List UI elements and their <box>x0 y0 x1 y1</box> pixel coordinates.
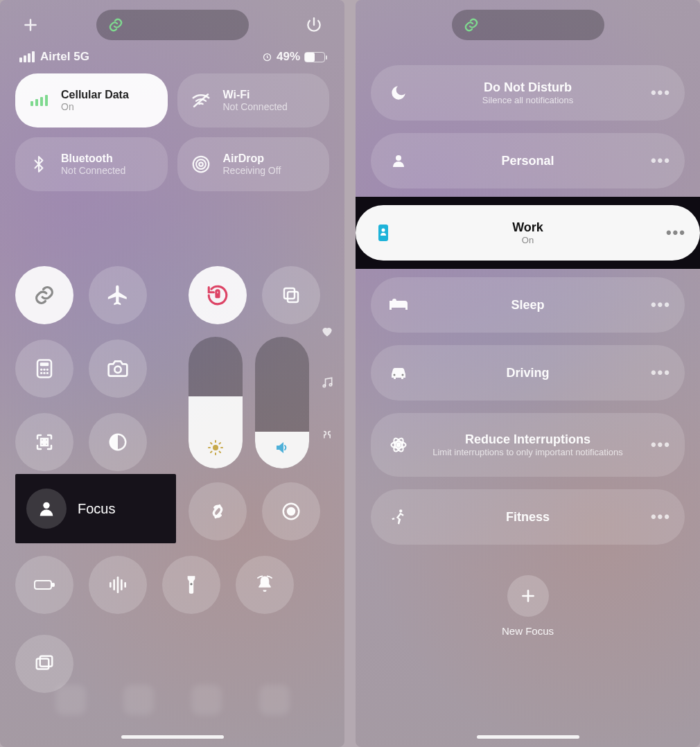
home-indicator[interactable] <box>477 735 579 739</box>
controls-grid <box>15 266 147 471</box>
focus-item-driving[interactable]: Driving ••• <box>371 345 685 401</box>
link-icon <box>462 15 481 35</box>
focus-tile-highlight: Focus <box>15 474 176 543</box>
power-icon <box>305 16 323 34</box>
airdrop-tile[interactable]: AirDropReceiving Off <box>177 137 330 191</box>
wifi-sub: Not Connected <box>223 101 288 113</box>
bluetooth-title: Bluetooth <box>61 152 125 165</box>
carrier-label: Airtel 5G <box>40 50 89 64</box>
home-indicator[interactable] <box>121 735 224 739</box>
signal-bars-icon <box>19 51 35 62</box>
cellular-sub: On <box>61 101 129 113</box>
plus-icon <box>519 587 537 605</box>
svg-point-10 <box>40 372 42 374</box>
focus-item-title: Driving <box>371 365 685 381</box>
airpods-icon <box>320 427 334 441</box>
airdrop-title: AirDrop <box>223 152 281 165</box>
svg-line-27 <box>211 443 212 444</box>
link-icon <box>106 15 125 35</box>
focus-item-work[interactable]: WorkOn ••• <box>356 205 700 261</box>
focus-tile[interactable]: Focus <box>22 481 169 536</box>
person-icon <box>26 489 67 529</box>
focus-item-sub: Limit interruptions to only important no… <box>371 447 685 458</box>
focus-item-title: Work <box>356 220 700 236</box>
svg-rect-16 <box>41 443 44 446</box>
wifi-icon <box>189 88 213 113</box>
qr-scan-button[interactable] <box>15 413 73 471</box>
cellular-title: Cellular Data <box>61 88 129 101</box>
svg-rect-6 <box>40 362 49 366</box>
battery-percent: 49% <box>277 50 300 64</box>
focus-item-title: Reduce Interruptions <box>371 432 685 448</box>
svg-point-35 <box>288 508 295 515</box>
power-button[interactable] <box>299 16 329 34</box>
sound-recognition-button[interactable] <box>89 556 147 614</box>
brightness-slider[interactable] <box>189 337 243 468</box>
volume-slider[interactable] <box>255 337 309 468</box>
control-center-screenshot: Airtel 5G 49% Cellular DataOn Wi-FiNot C… <box>0 0 344 747</box>
calculator-button[interactable] <box>15 340 73 398</box>
focus-menu-screenshot: Do Not DisturbSilence all notifications … <box>356 0 700 747</box>
low-power-button[interactable] <box>15 556 73 614</box>
new-focus-button[interactable] <box>507 575 549 617</box>
svg-point-2 <box>199 162 203 166</box>
svg-point-8 <box>43 369 45 371</box>
svg-point-31 <box>323 385 325 387</box>
svg-point-9 <box>46 369 49 371</box>
silent-mode-button[interactable] <box>236 556 294 614</box>
bluetooth-tile[interactable]: BluetoothNot Connected <box>15 137 168 191</box>
svg-line-29 <box>211 452 212 453</box>
screen-mirroring-button[interactable] <box>262 266 320 324</box>
focus-item-sub: Silence all notifications <box>371 95 685 106</box>
dynamic-island[interactable] <box>96 10 249 40</box>
speaker-icon <box>274 439 290 456</box>
new-focus: New Focus <box>371 575 685 637</box>
svg-rect-20 <box>284 288 295 299</box>
svg-line-30 <box>220 443 221 444</box>
svg-line-28 <box>220 452 221 453</box>
svg-point-32 <box>329 384 331 386</box>
airplane-mode-button[interactable] <box>89 266 147 324</box>
focus-item-dnd[interactable]: Do Not DisturbSilence all notifications … <box>371 65 685 121</box>
bluetooth-icon <box>26 152 51 177</box>
focus-item-work-highlight: WorkOn ••• <box>356 197 700 269</box>
personal-hotspot-button[interactable] <box>15 266 73 324</box>
camera-button[interactable] <box>89 340 147 398</box>
screen-record-button[interactable] <box>262 482 320 541</box>
svg-point-12 <box>46 372 49 374</box>
svg-rect-36 <box>35 581 51 589</box>
status-row: Airtel 5G 49% <box>15 50 329 73</box>
focus-item-personal[interactable]: Personal ••• <box>371 133 685 188</box>
shazam-button[interactable] <box>189 482 247 541</box>
bluetooth-sub: Not Connected <box>61 165 125 177</box>
focus-item-title: Personal <box>371 153 685 169</box>
svg-rect-45 <box>40 656 53 667</box>
dynamic-island[interactable] <box>452 10 604 40</box>
cellular-tile[interactable]: Cellular DataOn <box>15 73 168 128</box>
dark-mode-button[interactable] <box>89 413 147 471</box>
svg-point-22 <box>213 445 218 450</box>
add-control-button[interactable] <box>15 16 46 34</box>
flashlight-button[interactable] <box>162 556 220 614</box>
svg-point-3 <box>196 159 206 169</box>
focus-item-reduce[interactable]: Reduce InterruptionsLimit interruptions … <box>371 413 685 477</box>
focus-item-sub: On <box>356 235 700 246</box>
wifi-tile[interactable]: Wi-FiNot Connected <box>177 73 330 128</box>
focus-item-title: Sleep <box>371 297 685 313</box>
svg-point-33 <box>43 502 49 509</box>
focus-item-sleep[interactable]: Sleep ••• <box>371 277 685 333</box>
svg-rect-14 <box>41 439 44 441</box>
sun-icon <box>207 439 224 456</box>
focus-item-fitness[interactable]: Fitness ••• <box>371 489 685 545</box>
cellular-icon <box>26 88 51 113</box>
airdrop-sub: Receiving Off <box>223 165 281 177</box>
focus-list: Do Not DisturbSilence all notifications … <box>371 65 685 545</box>
svg-point-13 <box>114 367 121 373</box>
orientation-lock-button[interactable] <box>189 266 247 324</box>
new-focus-label: New Focus <box>502 625 554 637</box>
svg-rect-44 <box>37 659 49 669</box>
dock-blur <box>0 685 344 715</box>
svg-rect-17 <box>45 443 48 446</box>
connectivity-grid: Cellular DataOn Wi-FiNot Connected Bluet… <box>15 73 329 191</box>
orientation-lock-icon <box>262 52 272 62</box>
